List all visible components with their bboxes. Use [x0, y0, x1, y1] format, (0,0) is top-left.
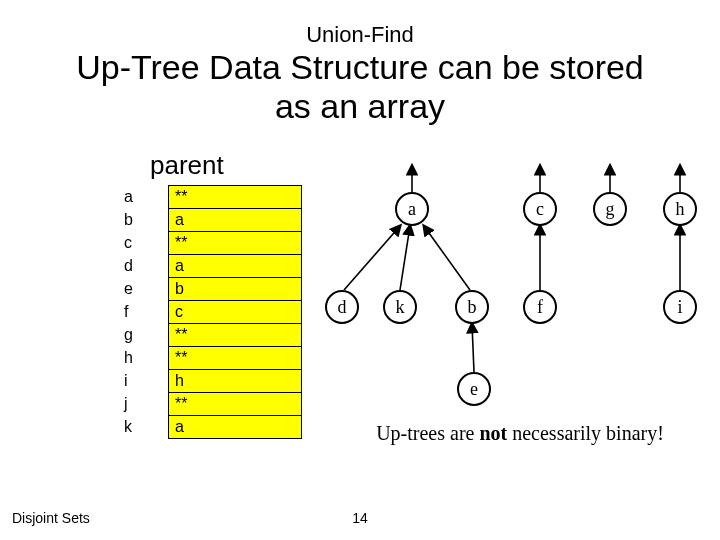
slide: Union-Find Up-Tree Data Structure can be… [0, 0, 720, 540]
idx-cell: i [120, 370, 169, 393]
table-row: da [120, 255, 302, 278]
val-cell: h [169, 370, 302, 393]
forest-caption: Up-trees are not necessarily binary! [330, 422, 710, 445]
node-h: h [663, 192, 697, 226]
table-row: h** [120, 347, 302, 370]
node-k: k [383, 290, 417, 324]
up-tree-forest: a c g h d k b f i e [300, 160, 710, 420]
caption-emphasis: not [479, 422, 507, 444]
idx-cell: f [120, 301, 169, 324]
val-cell: ** [169, 232, 302, 255]
page-number: 14 [0, 510, 720, 526]
title-line-2: as an array [275, 87, 445, 125]
slide-title: Up-Tree Data Structure can be stored as … [0, 48, 720, 126]
idx-cell: e [120, 278, 169, 301]
idx-cell: k [120, 416, 169, 439]
table-row: eb [120, 278, 302, 301]
val-cell: ** [169, 186, 302, 209]
parent-array-header: parent [150, 150, 224, 181]
table-row: g** [120, 324, 302, 347]
idx-cell: h [120, 347, 169, 370]
svg-line-4 [344, 226, 400, 290]
table-row: c** [120, 232, 302, 255]
val-cell: ** [169, 324, 302, 347]
node-f: f [523, 290, 557, 324]
idx-cell: d [120, 255, 169, 278]
val-cell: ** [169, 393, 302, 416]
node-d: d [325, 290, 359, 324]
node-e: e [457, 372, 491, 406]
caption-post: necessarily binary! [507, 422, 664, 444]
title-line-1: Up-Tree Data Structure can be stored [76, 48, 644, 86]
slide-supertitle: Union-Find [0, 22, 720, 48]
svg-line-6 [424, 226, 470, 290]
idx-cell: b [120, 209, 169, 232]
val-cell: a [169, 209, 302, 232]
table-row: ih [120, 370, 302, 393]
parent-array-table: a** ba c** da eb fc g** h** ih j** ka [120, 185, 302, 439]
idx-cell: j [120, 393, 169, 416]
forest-arrows-icon [300, 160, 710, 420]
val-cell: a [169, 416, 302, 439]
table-row: a** [120, 186, 302, 209]
svg-line-5 [400, 226, 410, 290]
node-g: g [593, 192, 627, 226]
val-cell: ** [169, 347, 302, 370]
node-a: a [395, 192, 429, 226]
caption-pre: Up-trees are [376, 422, 479, 444]
idx-cell: a [120, 186, 169, 209]
node-b: b [455, 290, 489, 324]
val-cell: b [169, 278, 302, 301]
table-row: ka [120, 416, 302, 439]
val-cell: a [169, 255, 302, 278]
table-row: j** [120, 393, 302, 416]
node-c: c [523, 192, 557, 226]
val-cell: c [169, 301, 302, 324]
table-row: fc [120, 301, 302, 324]
idx-cell: g [120, 324, 169, 347]
idx-cell: c [120, 232, 169, 255]
svg-line-7 [472, 324, 474, 372]
table-row: ba [120, 209, 302, 232]
node-i: i [663, 290, 697, 324]
